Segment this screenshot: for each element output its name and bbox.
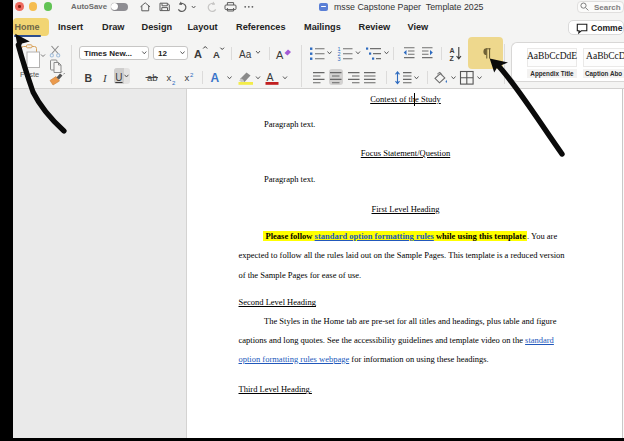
svg-text:A: A [211,71,220,85]
svg-text:A: A [276,49,284,61]
svg-text:Aa: Aa [239,49,252,60]
svg-text:A: A [267,71,274,83]
svg-text:B: B [85,72,93,84]
svg-text:A: A [194,48,202,60]
svg-text:I: I [102,72,108,84]
svg-text:3: 3 [338,56,341,62]
svg-text:A: A [450,47,455,54]
svg-text:2: 2 [190,72,194,78]
svg-text:2: 2 [172,80,176,86]
svg-text:Z: Z [450,55,455,62]
svg-text:x: x [185,72,190,83]
svg-text:A: A [213,49,220,60]
svg-text:x: x [167,72,172,83]
svg-text:U: U [115,72,122,83]
